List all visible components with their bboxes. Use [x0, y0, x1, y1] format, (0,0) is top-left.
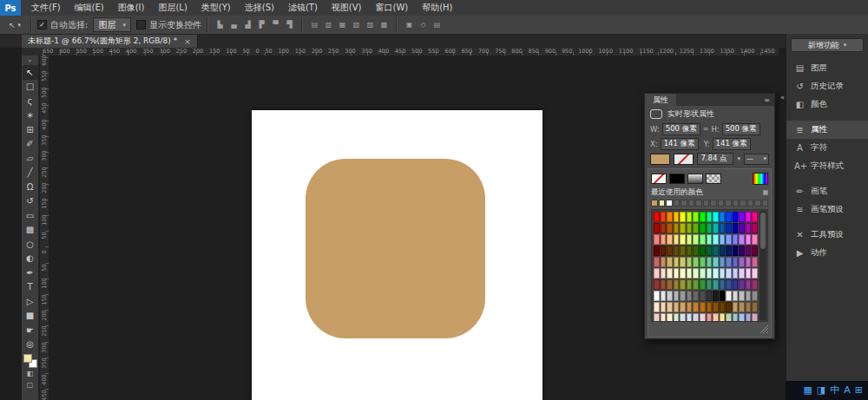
color-swatch[interactable] — [739, 279, 745, 290]
color-swatch[interactable] — [713, 279, 719, 290]
color-swatch[interactable] — [726, 234, 732, 245]
color-swatch[interactable] — [693, 223, 699, 233]
color-swatch[interactable] — [674, 212, 680, 222]
color-swatch[interactable] — [654, 257, 660, 267]
menu-item[interactable]: 帮助(H) — [415, 0, 459, 16]
color-swatch[interactable] — [739, 246, 745, 256]
color-swatch[interactable] — [674, 223, 680, 233]
color-swatch[interactable] — [746, 291, 752, 301]
color-swatch[interactable] — [726, 257, 732, 267]
color-swatch[interactable] — [674, 268, 680, 279]
document-canvas[interactable] — [252, 110, 542, 400]
color-swatch[interactable] — [726, 212, 732, 222]
color-swatch[interactable] — [661, 268, 667, 279]
color-swatch[interactable] — [733, 279, 739, 290]
color-swatch[interactable] — [693, 302, 699, 312]
align-button-icon[interactable]: ▜ — [283, 18, 296, 31]
color-swatch[interactable] — [713, 257, 719, 267]
new-features-button[interactable]: 新增功能 ▾ — [791, 38, 864, 52]
color-swatch[interactable] — [680, 279, 686, 290]
color-swatch[interactable] — [739, 291, 745, 301]
color-swatch[interactable] — [726, 291, 732, 301]
tab-properties[interactable]: 属性 — [645, 94, 676, 106]
color-swatch[interactable] — [700, 291, 706, 301]
dodge-tool[interactable]: ◐ — [23, 252, 38, 266]
distribute-button-icon[interactable]: ▤ — [308, 18, 321, 31]
color-swatch[interactable] — [693, 234, 699, 245]
color-swatch[interactable] — [713, 291, 719, 301]
color-swatch[interactable] — [674, 279, 680, 290]
color-swatch[interactable] — [707, 313, 713, 322]
color-swatch[interactable] — [726, 268, 732, 279]
menu-item[interactable]: 编辑(E) — [68, 0, 111, 16]
recent-color-swatch[interactable] — [695, 200, 702, 207]
color-swatch[interactable] — [674, 246, 680, 256]
recent-color-swatch[interactable] — [681, 200, 687, 207]
color-swatch[interactable] — [720, 246, 726, 256]
resize-grip[interactable] — [760, 325, 768, 333]
color-swatch[interactable] — [733, 302, 739, 312]
quick-selection-tool[interactable]: ∗ — [23, 108, 38, 123]
color-swatch[interactable] — [707, 234, 713, 245]
color-swatch[interactable] — [707, 302, 713, 312]
color-swatch[interactable] — [654, 223, 660, 233]
taskbar-icon[interactable]: ⊞ — [855, 381, 863, 400]
color-swatch[interactable] — [733, 257, 739, 267]
color-swatch[interactable] — [713, 268, 719, 279]
color-swatch[interactable] — [713, 302, 719, 312]
color-swatch[interactable] — [726, 223, 732, 233]
color-swatch[interactable] — [693, 212, 699, 222]
color-swatch[interactable] — [733, 246, 739, 256]
color-swatch[interactable] — [713, 246, 719, 256]
color-swatch[interactable] — [752, 313, 758, 322]
color-swatch[interactable] — [674, 291, 680, 301]
panel-character-styles[interactable]: A+ 字符样式 — [786, 157, 868, 175]
brush-tool[interactable]: ╱ — [23, 166, 38, 180]
align-button-icon[interactable]: ▛ — [255, 18, 268, 31]
color-swatch[interactable] — [661, 279, 667, 290]
taskbar-icon[interactable]: ◨ — [817, 381, 825, 400]
color-swatch[interactable] — [720, 268, 726, 279]
taskbar-icon[interactable]: A — [844, 381, 851, 400]
no-color-button[interactable] — [651, 174, 667, 184]
stroke-style-dropdown[interactable]: — ▾ — [744, 154, 769, 165]
recent-color-swatch[interactable] — [725, 200, 732, 207]
color-swatch[interactable] — [752, 257, 758, 267]
color-swatch[interactable] — [687, 223, 693, 233]
color-swatch[interactable] — [680, 313, 686, 322]
color-swatch[interactable] — [739, 234, 745, 245]
color-swatch[interactable] — [733, 234, 739, 245]
recent-color-swatch[interactable] — [733, 200, 740, 207]
color-swatch[interactable] — [667, 212, 673, 222]
distribute-button-icon[interactable]: ▧ — [350, 18, 363, 31]
height-field[interactable]: 500 像素 — [722, 123, 760, 135]
color-swatch[interactable] — [700, 313, 706, 322]
recent-color-swatch[interactable] — [674, 200, 681, 207]
color-swatch[interactable] — [667, 313, 673, 322]
chevron-down-icon[interactable]: ▾ — [737, 155, 740, 162]
color-swatch[interactable] — [700, 268, 706, 279]
color-swatch[interactable] — [687, 257, 693, 267]
color-swatch[interactable] — [680, 268, 686, 279]
option-button-icon[interactable]: ▤ — [431, 18, 444, 31]
recent-color-swatch[interactable] — [651, 200, 658, 207]
color-swatch[interactable] — [654, 234, 660, 245]
stroke-width-field[interactable]: 7.84 点 — [697, 153, 733, 165]
color-swatch[interactable] — [746, 257, 752, 267]
quick-mask-button[interactable]: ◧ — [23, 368, 38, 379]
panel-menu-icon[interactable]: ≡ — [760, 94, 774, 106]
swatch-scrollbar[interactable] — [760, 211, 766, 320]
recent-color-swatch[interactable] — [703, 200, 710, 207]
taskbar-icon[interactable]: ▦ — [803, 381, 812, 400]
color-swatch[interactable] — [700, 279, 706, 290]
fill-color-swatch[interactable] — [650, 154, 670, 165]
color-swatch[interactable] — [746, 212, 752, 222]
color-swatch[interactable] — [739, 212, 745, 222]
color-swatch[interactable] — [687, 234, 693, 245]
healing-brush-tool[interactable]: ▱ — [23, 151, 38, 166]
color-swatch[interactable] — [700, 234, 706, 245]
link-dimensions-icon[interactable]: ∞ — [703, 125, 709, 133]
panel-color[interactable]: ◧ 颜色 — [786, 95, 868, 114]
panel-properties[interactable]: ≣ 属性 — [786, 121, 868, 139]
color-swatch[interactable] — [720, 302, 726, 312]
